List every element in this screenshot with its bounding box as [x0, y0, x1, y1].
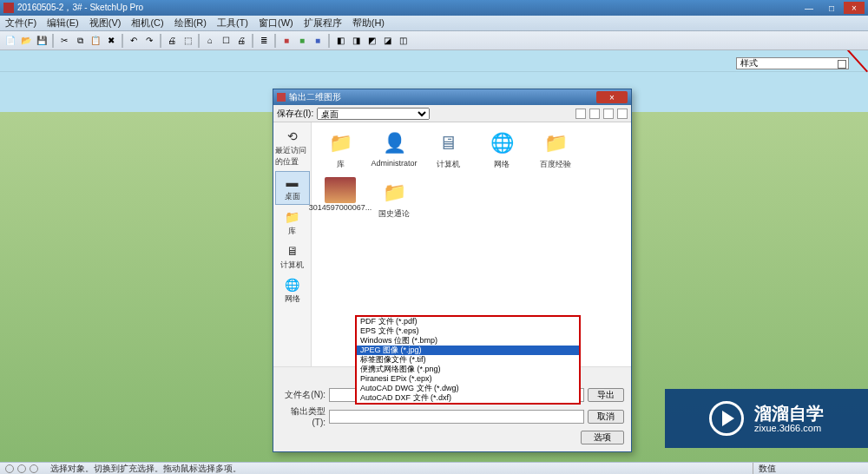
filetype-option[interactable]: AutoCAD DXF 文件 (*.dxf) [357, 393, 579, 403]
filetype-option[interactable]: JPEG 图像 (*.jpg) [357, 346, 579, 355]
watermark-brand: 溜溜自学 [754, 404, 824, 423]
open-icon[interactable]: 📂 [19, 34, 33, 48]
filetype-option[interactable]: 便携式网络图像 (*.png) [357, 365, 579, 374]
sidebar-item[interactable]: 📁库 [275, 207, 310, 239]
sidebar-label: 最近访问的位置 [275, 145, 310, 168]
print2-icon[interactable]: 🖨 [234, 34, 248, 48]
style-dropdown-icon[interactable] [838, 60, 846, 69]
monitor-icon: 🖥 [431, 128, 465, 159]
sidebar-item[interactable]: ⟲最近访问的位置 [275, 126, 310, 169]
filetype-option[interactable]: 标签图像文件 (*.tif) [357, 355, 579, 365]
new-icon[interactable]: 📄 [3, 34, 17, 48]
sidebar-item[interactable]: ▬桌面 [275, 171, 310, 205]
maximize-button[interactable]: □ [821, 2, 842, 14]
status-value-label: 数值 [753, 463, 781, 475]
cancel-button[interactable]: 取消 [588, 410, 624, 424]
undo-icon[interactable]: ↶ [127, 34, 141, 48]
ext3-icon[interactable]: ◩ [365, 34, 378, 48]
options-button[interactable]: 选项 [581, 431, 624, 444]
status-icon-3[interactable] [30, 464, 38, 473]
save-icon[interactable]: 💾 [35, 34, 49, 48]
file-item[interactable]: 🖥计算机 [424, 128, 471, 170]
delete-icon[interactable]: ✖ [104, 34, 118, 48]
filename-label: 文件名(N): [280, 389, 326, 401]
sidebar-label: 桌面 [285, 191, 300, 202]
filetype-option[interactable]: AutoCAD DWG 文件 (*.dwg) [357, 384, 579, 393]
title-bar: 20160505-2，3# - SketchUp Pro — □ × [0, 0, 868, 16]
model-icon[interactable]: ⬚ [181, 34, 194, 48]
save-in-label: 保存在(I): [277, 108, 313, 120]
menu-item[interactable]: 窗口(W) [253, 16, 299, 30]
ext2-icon[interactable]: ◨ [349, 34, 363, 48]
pic-icon [325, 177, 356, 203]
menu-item[interactable]: 相机(C) [126, 16, 168, 30]
rgb2-icon[interactable]: ■ [295, 34, 309, 48]
filetype-option[interactable]: Piranesi EPix (*.epx) [357, 374, 579, 384]
sidebar-item[interactable]: 🌐网络 [275, 274, 310, 306]
menu-item[interactable]: 编辑(E) [42, 16, 84, 30]
sidebar-icon: 🖥 [282, 242, 303, 260]
file-label: 百度经验 [540, 159, 571, 170]
ext5-icon[interactable]: ◫ [396, 34, 410, 48]
room-icon[interactable]: ☐ [219, 34, 233, 48]
sidebar-icon: 🌐 [282, 276, 303, 293]
separator [274, 34, 276, 48]
file-item[interactable]: 👤Administrator [371, 128, 418, 170]
sidebar-label: 计算机 [280, 260, 304, 271]
close-button[interactable]: × [844, 2, 865, 14]
separator [198, 34, 200, 48]
dialog-close-button[interactable]: × [596, 91, 628, 103]
rgb1-icon[interactable]: ■ [279, 34, 293, 48]
style-panel[interactable]: 样式 [736, 57, 849, 69]
save-in-select[interactable]: 桌面 [317, 108, 430, 120]
menu-item[interactable]: 视图(V) [84, 16, 127, 30]
paste-icon[interactable]: 📋 [89, 34, 102, 48]
viewmode-icon[interactable] [617, 109, 628, 119]
menu-item[interactable]: 文件(F) [0, 16, 42, 30]
newfolder-icon[interactable] [603, 109, 614, 119]
filetype-option[interactable]: EPS 文件 (*.eps) [357, 326, 579, 336]
filetype-option[interactable]: Windows 位图 (*.bmp) [357, 336, 579, 346]
file-label: 国史通论 [378, 208, 410, 220]
copy-icon[interactable]: ⧉ [73, 34, 87, 48]
home-icon[interactable]: ⌂ [203, 34, 217, 48]
file-item[interactable]: 3014597000067... [317, 177, 364, 220]
layers-icon[interactable]: ≣ [257, 34, 271, 48]
status-icon-1[interactable] [5, 464, 14, 473]
filetype-dropdown[interactable]: PDF 文件 (*.pdf)EPS 文件 (*.eps)Windows 位图 (… [355, 315, 581, 405]
up-icon[interactable] [589, 109, 600, 119]
status-icon-2[interactable] [17, 464, 26, 473]
toolbar-1: 📄📂💾✂⧉📋✖↶↷🖨⬚⌂☐🖨≣■■■◧◨◩◪◫ [0, 31, 868, 50]
file-label: Administrator [371, 159, 417, 168]
file-item[interactable]: 📁百度经验 [532, 128, 579, 170]
back-icon[interactable] [575, 109, 586, 119]
cut-icon[interactable]: ✂ [57, 34, 71, 48]
dialog-title: 输出二维图形 [289, 91, 341, 103]
export-dialog: 输出二维图形 × 保存在(I): 桌面 ⟲最近访问的位置▬桌面📁库🖥计算机🌐网络… [273, 89, 632, 452]
rgb3-icon[interactable]: ■ [311, 34, 325, 48]
sidebar-item[interactable]: 🖥计算机 [275, 240, 310, 273]
file-item[interactable]: 📁库 [317, 128, 364, 170]
sidebar-label: 库 [288, 226, 296, 237]
watermark: 溜溜自学 zixue.3d66.com [665, 389, 868, 448]
separator [52, 34, 54, 48]
separator [122, 34, 123, 48]
file-label: 网络 [494, 159, 510, 170]
redo-icon[interactable]: ↷ [142, 34, 156, 48]
export-button[interactable]: 导出 [588, 388, 624, 402]
menu-item[interactable]: 工具(T) [212, 16, 253, 30]
ext4-icon[interactable]: ◪ [380, 34, 394, 48]
file-item[interactable]: 📁国史通论 [371, 177, 418, 220]
print-icon[interactable]: 🖨 [165, 34, 179, 48]
menu-item[interactable]: 帮助(H) [347, 16, 390, 30]
file-item[interactable]: 🌐网络 [478, 128, 525, 170]
minimize-button[interactable]: — [799, 2, 819, 14]
ext1-icon[interactable]: ◧ [333, 34, 347, 48]
filetype-option[interactable]: PDF 文件 (*.pdf) [357, 317, 579, 326]
dialog-titlebar: 输出二维图形 × [273, 89, 631, 105]
menu-item[interactable]: 绘图(R) [169, 16, 212, 30]
menu-item[interactable]: 扩展程序 [299, 16, 347, 30]
filetype-field[interactable] [329, 410, 584, 424]
sidebar-icon: ▬ [282, 174, 303, 191]
file-label: 3014597000067... [309, 203, 372, 212]
